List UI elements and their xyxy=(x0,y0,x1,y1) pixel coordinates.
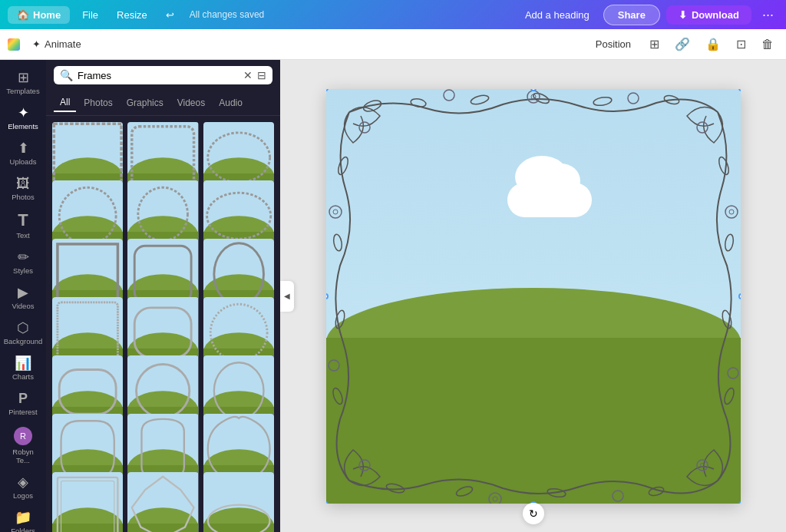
canvas-wrapper: ↺ xyxy=(326,89,741,504)
animate-button[interactable]: ✦ Animate xyxy=(26,35,88,53)
home-icon: 🏠 xyxy=(17,9,29,21)
sidebar-item-videos[interactable]: ▶ Videos xyxy=(3,281,43,315)
elements-panel: 🔍 ✕ ⊟ All Photos Graphics Videos Audio xyxy=(46,60,280,532)
frame-thumb-19[interactable] xyxy=(52,472,123,532)
videos-label: Videos xyxy=(12,302,35,310)
canvas-frame[interactable]: ↺ xyxy=(326,89,741,504)
background-icon: ⬡ xyxy=(17,321,29,335)
photos-label: Photos xyxy=(12,193,35,201)
svg-rect-76 xyxy=(127,524,198,532)
top-nav: 🏠 Home File Resize ↩ All changes saved A… xyxy=(0,0,786,29)
tab-photos[interactable]: Photos xyxy=(78,94,118,111)
tab-all[interactable]: All xyxy=(54,94,76,112)
robyn-label: Robyn Te... xyxy=(6,448,40,464)
file-button[interactable]: File xyxy=(76,6,104,24)
styles-icon: ✏ xyxy=(18,250,29,264)
logos-label: Logos xyxy=(13,491,33,500)
sidebar-item-robyn[interactable]: R Robyn Te... xyxy=(3,422,43,469)
sidebar-item-logos[interactable]: ◈ Logos xyxy=(3,471,43,504)
videos-icon: ▶ xyxy=(18,286,28,299)
sidebar-item-folders[interactable]: 📁 Folders xyxy=(3,506,43,532)
svg-rect-71 xyxy=(52,524,123,532)
frame-thumb-21[interactable] xyxy=(203,472,274,532)
elements-label: Elements xyxy=(8,122,38,131)
uploads-icon: ⬆ xyxy=(18,141,29,155)
sidebar-item-text[interactable]: T Text xyxy=(3,207,43,244)
link-icon-button[interactable]: 🔗 xyxy=(670,34,695,55)
delete-icon-button[interactable]: 🗑 xyxy=(757,35,778,55)
home-button[interactable]: 🏠 Home xyxy=(8,6,70,24)
clear-search-button[interactable]: ✕ xyxy=(243,69,253,81)
sidebar: ⊞ Templates ✦ Elements ⬆ Uploads 🖼 Photo… xyxy=(0,60,46,532)
sidebar-item-photos[interactable]: 🖼 Photos xyxy=(3,172,43,206)
save-status: All changes saved xyxy=(190,9,264,20)
second-toolbar: ✦ Animate Position ⊞ 🔗 🔒 ⊡ 🗑 xyxy=(0,29,786,60)
folders-label: Folders xyxy=(11,527,35,532)
cloud-body xyxy=(507,183,592,217)
tab-videos[interactable]: Videos xyxy=(171,94,211,111)
more-options-button[interactable]: ··· xyxy=(758,4,778,26)
text-label: Text xyxy=(16,231,29,240)
logos-icon: ◈ xyxy=(18,475,28,489)
frames-grid xyxy=(46,116,280,532)
grid-icon-button[interactable]: ⊞ xyxy=(645,34,664,55)
background-label: Background xyxy=(4,337,43,345)
panel-tabs: All Photos Graphics Videos Audio xyxy=(46,91,280,116)
robyn-avatar: R xyxy=(14,427,32,445)
sidebar-item-pinterest[interactable]: P Pinterest xyxy=(3,387,43,421)
elements-icon: ✦ xyxy=(18,106,29,120)
refresh-icon: ↻ xyxy=(529,507,538,520)
pinterest-label: Pinterest xyxy=(8,408,38,416)
lock-icon-button[interactable]: 🔒 xyxy=(701,34,725,55)
styles-label: Styles xyxy=(13,266,33,275)
sidebar-item-templates[interactable]: ⊞ Templates xyxy=(3,66,43,100)
resize-button[interactable]: Resize xyxy=(111,6,154,24)
filter-button[interactable]: ⊟ xyxy=(257,69,266,81)
templates-icon: ⊞ xyxy=(18,71,29,84)
cloud xyxy=(500,164,599,217)
copy-icon-button[interactable]: ⊡ xyxy=(732,34,751,55)
refresh-canvas-button[interactable]: ↻ xyxy=(523,503,544,524)
tab-graphics[interactable]: Graphics xyxy=(121,94,170,111)
main-layout: ⊞ Templates ✦ Elements ⬆ Uploads 🖼 Photo… xyxy=(0,60,786,532)
canvas-bottom-controls: ↻ xyxy=(523,503,544,524)
panel-search-area: 🔍 ✕ ⊟ xyxy=(46,60,280,91)
sidebar-item-charts[interactable]: 📊 Charts xyxy=(3,352,43,385)
sidebar-item-elements[interactable]: ✦ Elements xyxy=(3,101,43,135)
download-button[interactable]: ⬇ Download xyxy=(666,5,751,25)
download-icon: ⬇ xyxy=(679,9,687,21)
animate-icon: ✦ xyxy=(32,38,41,50)
templates-label: Templates xyxy=(6,87,39,95)
undo-button[interactable]: ↩ xyxy=(160,6,180,24)
uploads-label: Uploads xyxy=(10,157,37,166)
text-icon: T xyxy=(18,212,28,229)
search-icon: 🔍 xyxy=(60,69,73,81)
frame-thumb-20[interactable] xyxy=(127,472,198,532)
canvas-area: ◀ xyxy=(280,60,786,532)
charts-icon: 📊 xyxy=(15,356,31,370)
search-box: 🔍 ✕ ⊟ xyxy=(54,66,272,84)
pinterest-icon: P xyxy=(18,392,28,405)
position-button[interactable]: Position xyxy=(588,35,639,53)
tab-audio[interactable]: Audio xyxy=(213,94,249,111)
hide-panel-button[interactable]: ◀ xyxy=(280,281,294,312)
grass-flat xyxy=(326,338,741,504)
share-button[interactable]: Share xyxy=(603,5,660,25)
sidebar-item-styles[interactable]: ✏ Styles xyxy=(3,246,43,279)
search-input[interactable] xyxy=(78,70,239,81)
folders-icon: 📁 xyxy=(15,511,31,524)
sidebar-item-background[interactable]: ⬡ Background xyxy=(3,316,43,350)
add-heading-button[interactable]: Add a heading xyxy=(517,6,597,24)
sidebar-item-uploads[interactable]: ⬆ Uploads xyxy=(3,137,43,170)
color-swatch xyxy=(8,38,20,51)
photos-icon: 🖼 xyxy=(16,177,30,190)
charts-label: Charts xyxy=(12,372,34,381)
